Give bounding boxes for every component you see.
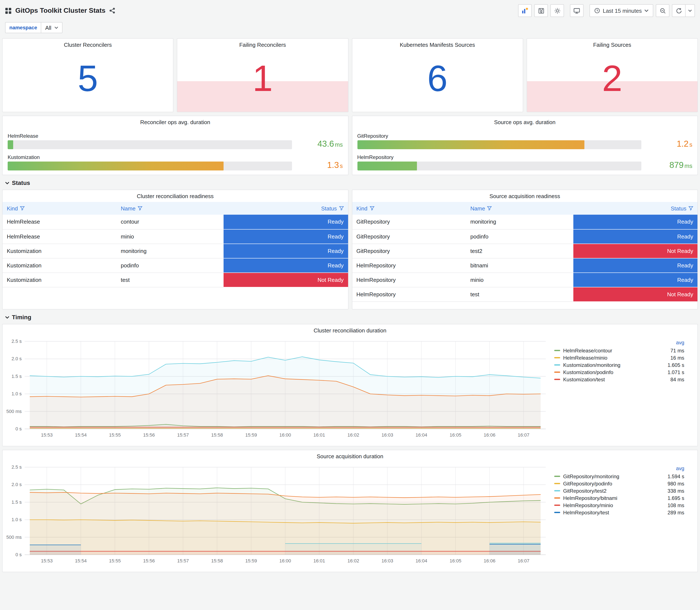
legend-item[interactable]: HelmRepository/minio108 ms [554, 502, 684, 509]
add-panel-button[interactable] [518, 4, 532, 17]
stat-value: 1 [177, 60, 348, 96]
status-badge: Ready [573, 272, 698, 287]
series-avg-value: 108 ms [661, 502, 684, 508]
table-row: KustomizationpodinfoReady [2, 258, 348, 272]
gauge-value: 43.6ms [297, 140, 343, 149]
refresh-button[interactable] [672, 4, 686, 17]
cell-kind: HelmRelease [2, 229, 116, 244]
svg-text:16:07: 16:07 [518, 558, 530, 563]
legend-item[interactable]: GitRepository/podinfo980 ms [554, 480, 684, 487]
filter-icon[interactable] [339, 206, 344, 210]
save-dashboard-button[interactable] [534, 4, 548, 17]
chevron-down-icon [688, 9, 692, 12]
filter-icon[interactable] [138, 206, 142, 210]
series-avg-value: 1.605 s [661, 362, 684, 368]
legend-item[interactable]: Kustomization/test84 ms [554, 376, 684, 383]
series-avg-value: 289 ms [661, 510, 684, 515]
tv-mode-button[interactable] [570, 4, 584, 17]
filter-icon[interactable] [370, 206, 374, 210]
cell-name: minio [116, 229, 224, 244]
dashboard-settings-button[interactable] [550, 4, 564, 17]
legend-item[interactable]: Kustomization/monitoring1.605 s [554, 361, 684, 369]
svg-text:16:00: 16:00 [279, 432, 291, 438]
variable-namespace-label: namespace [5, 22, 42, 33]
gauge-row-helmrepository: HelmRepository 879ms [357, 152, 693, 171]
column-header-status[interactable]: Status [224, 202, 348, 215]
table-row: HelmRepositorytestNot Ready [352, 287, 698, 301]
column-header-kind[interactable]: Kind [352, 202, 466, 215]
panel-title[interactable]: Source acquisition duration [2, 450, 698, 462]
legend-item[interactable]: HelmRelease/minio16 ms [554, 354, 684, 361]
table-row: HelmReleasecontourReady [2, 215, 348, 229]
stat-panel-failing-sources: Failing Sources 2 [526, 38, 698, 112]
svg-text:15:55: 15:55 [109, 558, 121, 563]
cell-kind: HelmRepository [352, 272, 466, 287]
series-name: GitRepository/podinfo [563, 481, 661, 486]
series-avg-value: 980 ms [661, 481, 684, 486]
chart-legend: avgHelmRelease/contour71 msHelmRelease/m… [553, 336, 688, 444]
gauge-fill [7, 140, 13, 149]
filter-icon[interactable] [20, 206, 25, 210]
stat-panel-failing-reconcilers: Failing Reconcilers 1 [177, 38, 348, 112]
legend-item[interactable]: HelmRelease/contour71 ms [554, 347, 684, 354]
status-badge: Not Ready [573, 287, 698, 301]
stat-value: 5 [2, 60, 173, 96]
cluster-reconciliation-chart[interactable]: 15:5315:5415:5515:5615:5715:5815:5916:00… [4, 336, 553, 440]
legend-item[interactable]: HelmRepository/bitnami1.695 s [554, 494, 684, 502]
source-acquisition-chart[interactable]: 15:5315:5415:5515:5615:5715:5815:5916:00… [4, 462, 553, 566]
legend-item[interactable]: GitRepository/monitoring1.594 s [554, 473, 684, 480]
tables-row: Cluster reconciliation readiness Kind Na… [2, 190, 698, 309]
cell-name: test [116, 272, 224, 287]
table-row: HelmRepositoryminioReady [352, 272, 698, 287]
legend-item[interactable]: GitRepository/test2338 ms [554, 487, 684, 494]
share-icon[interactable] [109, 7, 115, 14]
legend-item[interactable]: HelmRepository/test289 ms [554, 509, 684, 516]
series-color-mark [554, 350, 560, 351]
svg-text:16:05: 16:05 [450, 558, 461, 563]
filter-icon[interactable] [688, 206, 693, 210]
panel-title[interactable]: Cluster reconciliation duration [2, 324, 698, 336]
section-header-status[interactable]: Status [5, 179, 695, 186]
panel-title[interactable]: Source acquisition readiness [352, 190, 698, 202]
svg-text:16:03: 16:03 [381, 432, 393, 438]
panel-title[interactable]: Reconciler ops avg. duration [7, 116, 343, 128]
filter-icon[interactable] [487, 206, 492, 210]
source-readiness-table: Kind Name Status GitRepositorymonitoring… [352, 202, 698, 302]
svg-text:16:06: 16:06 [484, 432, 495, 438]
panel-title[interactable]: Source ops avg. duration [357, 116, 693, 128]
chevron-down-icon [54, 26, 58, 29]
time-range-picker[interactable]: Last 15 minutes [589, 4, 653, 17]
cell-name: podinfo [466, 229, 573, 244]
cell-kind: GitRepository [352, 244, 466, 258]
svg-text:15:53: 15:53 [41, 558, 53, 563]
gauge-fill [357, 162, 417, 171]
status-badge: Not Ready [224, 272, 348, 287]
panel-title[interactable]: Cluster reconciliation readiness [2, 190, 348, 202]
gauge-label: Kustomization [7, 154, 292, 160]
column-header-name[interactable]: Name [466, 202, 573, 215]
column-header-name[interactable]: Name [116, 202, 224, 215]
legend-item[interactable]: Kustomization/podinfo1.071 s [554, 369, 684, 376]
panel-title[interactable]: Failing Reconcilers [177, 39, 348, 51]
svg-text:15:53: 15:53 [41, 432, 53, 438]
gauge-track [7, 140, 292, 149]
panel-title[interactable]: Kubernetes Manifests Sources [352, 39, 523, 51]
series-avg-value: 71 ms [661, 348, 684, 353]
svg-text:500 ms: 500 ms [6, 534, 22, 540]
column-header-status[interactable]: Status [573, 202, 698, 215]
cell-kind: HelmRelease [2, 215, 116, 229]
panel-source-ops-duration: Source ops avg. duration GitRepository 1… [352, 116, 698, 175]
panel-title[interactable]: Cluster Reconcilers [2, 39, 173, 51]
status-badge: Ready [573, 258, 698, 272]
variable-namespace-select[interactable]: All [42, 22, 63, 33]
zoom-out-time-button[interactable] [656, 4, 669, 17]
svg-text:15:59: 15:59 [245, 558, 257, 563]
status-badge: Ready [573, 229, 698, 244]
svg-text:16:06: 16:06 [484, 558, 495, 563]
panel-title[interactable]: Failing Sources [527, 39, 698, 51]
refresh-interval-dropdown[interactable] [686, 4, 695, 17]
section-header-timing[interactable]: Timing [5, 314, 695, 321]
svg-text:16:04: 16:04 [416, 558, 427, 563]
dashboard-grid-icon[interactable] [5, 7, 12, 14]
column-header-kind[interactable]: Kind [2, 202, 116, 215]
